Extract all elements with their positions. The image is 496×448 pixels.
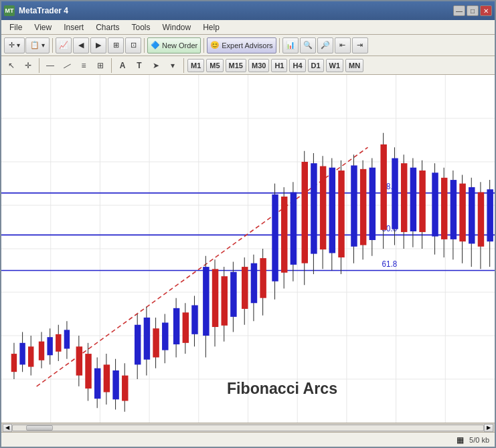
scroll-right-btn[interactable]: ⇥: [352, 37, 368, 53]
svg-rect-39: [76, 346, 82, 375]
menu-window[interactable]: Window: [157, 21, 197, 33]
svg-rect-41: [85, 354, 91, 388]
label-tool[interactable]: T: [132, 58, 147, 73]
period-btn[interactable]: ⊞: [108, 37, 124, 53]
expert-label: Expert Advisors: [222, 41, 272, 49]
svg-rect-33: [47, 337, 52, 355]
menu-file[interactable]: File: [4, 21, 27, 33]
svg-rect-107: [410, 168, 416, 231]
indicators-btn[interactable]: 📈: [56, 37, 72, 53]
zoom-fit-icon: ⊡: [131, 41, 137, 49]
scroll-left-btn[interactable]: ⇤: [335, 37, 351, 53]
svg-rect-109: [419, 171, 425, 232]
svg-rect-55: [153, 328, 159, 357]
svg-rect-29: [28, 346, 33, 366]
scroll-left-icon: ⇤: [339, 41, 345, 49]
tf-m1[interactable]: M1: [187, 59, 204, 72]
channel-tool[interactable]: ≡: [76, 58, 91, 73]
minimize-button[interactable]: —: [453, 5, 465, 16]
svg-rect-99: [369, 168, 376, 240]
titlebar-left: MT MetaTrader 4: [4, 5, 68, 16]
svg-rect-25: [11, 354, 17, 372]
statusbar: ▦ 5/0 kb: [1, 432, 495, 447]
menu-help[interactable]: Help: [197, 21, 225, 33]
svg-rect-61: [183, 312, 189, 343]
svg-rect-63: [191, 306, 197, 334]
svg-rect-37: [64, 330, 70, 348]
fibonacci-tool[interactable]: ⊞: [93, 58, 108, 73]
svg-rect-85: [302, 162, 308, 263]
chart-info-btn[interactable]: 📊: [282, 37, 299, 53]
hline-tool[interactable]: —: [43, 58, 58, 73]
horizontal-scrollbar[interactable]: ◀ ▶: [1, 423, 495, 432]
crosshair-tool[interactable]: ✛: [21, 58, 35, 73]
svg-rect-91: [329, 168, 335, 253]
profile-btn[interactable]: 📋 ▾: [25, 37, 50, 53]
tf-mn[interactable]: MN: [345, 59, 363, 72]
back-btn[interactable]: ◀: [73, 37, 89, 53]
window-title: MetaTrader 4: [19, 6, 68, 15]
chart-area[interactable]: 38.2 50.0 61.8: [1, 75, 495, 423]
zoom-fit-btn[interactable]: ⊡: [125, 37, 141, 53]
tf-w1[interactable]: W1: [326, 59, 344, 72]
color-tool[interactable]: ▾: [165, 58, 180, 73]
sep3: [203, 38, 204, 53]
svg-rect-53: [144, 318, 150, 360]
svg-rect-43: [94, 368, 100, 399]
tsep3: [183, 58, 184, 73]
new-chart-btn[interactable]: ✛ ▾: [4, 37, 25, 53]
maximize-button[interactable]: □: [467, 5, 479, 16]
sep1: [52, 38, 53, 53]
menu-charts[interactable]: Charts: [90, 21, 125, 33]
new-order-button[interactable]: 🔷 New Order: [147, 37, 201, 53]
scroll-right-icon: ⇥: [357, 41, 363, 49]
menu-tools[interactable]: Tools: [127, 21, 156, 33]
svg-rect-27: [19, 343, 25, 365]
zoom-out-icon: 🔎: [321, 41, 330, 49]
svg-rect-75: [251, 263, 257, 304]
zoom-in-btn[interactable]: 🔍: [300, 37, 316, 53]
menu-insert[interactable]: Insert: [58, 21, 89, 33]
main-window: MT MetaTrader 4 — □ ✕ File View Insert C…: [0, 0, 496, 448]
arrow-tool[interactable]: ➤: [149, 58, 163, 73]
svg-text:61.8: 61.8: [382, 259, 398, 268]
svg-rect-79: [272, 195, 278, 282]
scroll-thumb[interactable]: [26, 425, 53, 431]
svg-text:Fibonacci Arcs: Fibonacci Arcs: [227, 379, 337, 397]
scroll-right-arrow[interactable]: ▶: [484, 424, 493, 432]
svg-rect-101: [380, 144, 386, 230]
sep4: [279, 38, 280, 53]
tf-m30[interactable]: M30: [248, 59, 269, 72]
text-tool[interactable]: A: [115, 58, 130, 73]
scroll-track[interactable]: [12, 425, 484, 431]
chart-svg: 38.2 50.0 61.8: [1, 75, 495, 423]
tf-h4[interactable]: H4: [289, 59, 305, 72]
svg-rect-105: [401, 163, 407, 232]
expert-advisors-button[interactable]: 😊 Expert Advisors: [207, 37, 276, 53]
svg-rect-49: [122, 376, 128, 401]
cursor-tool[interactable]: ↖: [4, 58, 19, 73]
tf-d1[interactable]: D1: [308, 59, 324, 72]
tf-m5[interactable]: M5: [206, 59, 223, 72]
scroll-left-arrow[interactable]: ◀: [3, 424, 12, 432]
svg-rect-123: [487, 189, 493, 241]
titlebar: MT MetaTrader 4 — □ ✕: [1, 1, 495, 20]
svg-rect-51: [135, 325, 141, 365]
forward-btn[interactable]: ▶: [90, 37, 106, 53]
trendline-tool[interactable]: —: [57, 55, 77, 75]
svg-rect-57: [162, 323, 168, 350]
close-button[interactable]: ✕: [480, 5, 492, 16]
svg-rect-69: [221, 276, 227, 326]
main-toolbar: ✛ ▾ 📋 ▾ 📈 ◀ ▶ ⊞ ⊡ 🔷 New Order: [1, 35, 495, 56]
forward-icon: ▶: [96, 41, 101, 49]
tf-h1[interactable]: H1: [271, 59, 287, 72]
svg-rect-93: [338, 171, 344, 257]
new-order-icon: 🔷: [151, 41, 160, 49]
svg-rect-77: [260, 258, 266, 298]
menu-view[interactable]: View: [29, 21, 57, 33]
svg-rect-59: [173, 308, 179, 344]
tf-m15[interactable]: M15: [226, 59, 246, 72]
svg-rect-111: [432, 173, 438, 236]
zoom-out-btn[interactable]: 🔎: [317, 37, 333, 53]
expert-icon: 😊: [210, 41, 220, 49]
